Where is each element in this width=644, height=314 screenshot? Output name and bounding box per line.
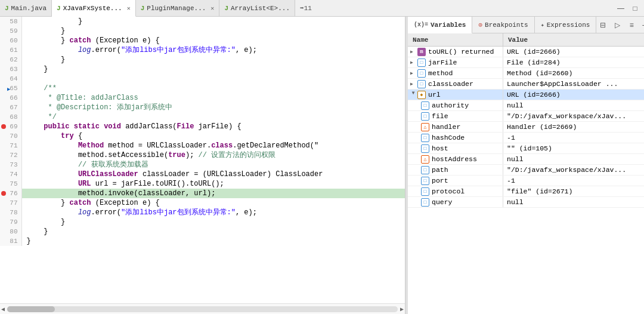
line-number-66: 66 [0, 93, 21, 103]
type-icon-handler: △ [421, 123, 429, 131]
tab-expressions-label: Expressions [547, 21, 590, 29]
type-icon-path: □ [421, 166, 429, 174]
type-icon-tourl-returned: m [417, 48, 426, 56]
type-icon-method: □ [417, 69, 426, 78]
var-row-file[interactable]: □file"/D:/javafx_workspace/xJav... [408, 111, 644, 122]
var-value-cell-hostaddress: null [503, 154, 644, 164]
scroll-left-arrow[interactable]: ◀ [1, 306, 5, 313]
var-row-path[interactable]: □path"/D:/javafx_workspace/xJav... [408, 165, 644, 176]
line-number-61: 61 [0, 45, 21, 55]
var-name-text-protocol: protocol [432, 187, 465, 195]
vars-toolbar-btn2[interactable]: ▷ [611, 19, 624, 32]
code-line-60: 60 } catch (Exception e) { [0, 36, 405, 45]
tab-pluginmanager[interactable]: J PluginManage... ✕ [136, 0, 220, 16]
code-line-70: 70 try { [0, 131, 405, 141]
tab-main-java[interactable]: J Main.java [0, 0, 52, 16]
var-row-handler[interactable]: △handlerHandler (id=2669) [408, 122, 644, 133]
var-name-text-jarfile: jarFile [428, 59, 457, 66]
line-code-60: } catch (Exception e) { [21, 36, 405, 45]
var-row-protocol[interactable]: □protocol"file" (id=2671) [408, 186, 644, 197]
var-name-text-tourl-returned: toURL() returned [428, 48, 494, 56]
line-number-79: 79 [0, 217, 21, 227]
right-panel: (x)= Variables ⊙ Breakpoints ✦ Expressio… [408, 17, 644, 314]
tab-pluginmanager-close[interactable]: ✕ [210, 5, 214, 12]
line-number-59: 59 [0, 26, 21, 36]
var-value-cell-tourl-returned: URL (id=2666) [503, 47, 644, 57]
line-code-79: } [21, 217, 405, 227]
tab-breakpoints[interactable]: ⊙ Breakpoints [472, 17, 534, 33]
line-code-70: try { [21, 131, 405, 141]
type-icon-hostaddress: △ [421, 155, 429, 164]
type-icon-query: □ [421, 198, 429, 207]
var-row-host[interactable]: □host"" (id=105) [408, 143, 644, 154]
tab-arraylist[interactable]: J ArrayList<E>... [219, 0, 295, 16]
var-name-text-classloader: classLoader [428, 80, 473, 88]
expand-arrow-classloader[interactable]: ▶ [410, 81, 416, 87]
var-name-text-hostaddress: hostAddress [432, 155, 477, 163]
maximize-editor-button[interactable]: □ [628, 2, 642, 15]
code-line-59: 59 } [0, 26, 405, 36]
expand-arrow-method[interactable]: ▶ [410, 70, 416, 76]
code-line-64: 64 [0, 74, 405, 84]
var-row-hashcode[interactable]: □hashCode-1 [408, 133, 644, 143]
tab-variables[interactable]: (x)= Variables [408, 17, 472, 33]
expand-arrow-jarfile[interactable]: ▶ [410, 60, 416, 65]
tab-expressions[interactable]: ✦ Expressions [535, 17, 597, 33]
var-row-classloader[interactable]: ▶□classLoaderLauncher$AppClassLoader ... [408, 79, 644, 90]
var-name-cell-handler: △handler [408, 122, 503, 132]
var-row-authority[interactable]: □authoritynull [408, 100, 644, 111]
tab-xjavafx-close[interactable]: ✕ [127, 5, 131, 12]
line-code-59: } [21, 26, 405, 36]
line-number-72: 72 [0, 150, 21, 160]
breakpoints-icon: ⊙ [478, 21, 482, 29]
tab-xjavafx[interactable]: J XJavaFxSyste... ✕ [52, 0, 136, 17]
code-line-74: 74 URLClassLoader classLoader = (URLClas… [0, 170, 405, 179]
code-line-77: 77 } catch (Exception e) { [0, 198, 405, 208]
line-code-77: } catch (Exception e) { [21, 198, 405, 208]
var-row-url[interactable]: ▶◆urlURL (id=2666) [408, 90, 644, 100]
code-line-66: 66 * @Title: addJarClass [0, 93, 405, 103]
line-code-67: * @Description: 添加jar到系统中 [21, 103, 405, 112]
var-row-tourl-returned[interactable]: ▶mtoURL() returnedURL (id=2666) [408, 47, 644, 57]
var-name-cell-host: □host [408, 143, 503, 153]
code-area[interactable]: 58 }59 }60 } catch (Exception e) {61 log… [0, 17, 405, 303]
minimize-right-button[interactable]: — [639, 19, 644, 32]
var-row-hostaddress[interactable]: △hostAddressnull [408, 154, 644, 165]
minimize-editor-button[interactable]: — [614, 2, 627, 15]
line-code-75: URL url = jarFile.toURI().toURL(); [21, 179, 405, 189]
var-name-cell-classloader: ▶□classLoader [408, 79, 503, 89]
scroll-right-arrow[interactable]: ▶ [400, 306, 404, 313]
line-code-68: */ [21, 112, 405, 122]
vars-toolbar-btn3[interactable]: ≡ [625, 19, 638, 32]
var-value-cell-port: -1 [503, 176, 644, 186]
type-icon-url: ◆ [417, 91, 426, 99]
expand-arrow-tourl-returned[interactable]: ▶ [410, 49, 416, 54]
code-line-71: 71 Method method = URLClassLoader.class.… [0, 141, 405, 150]
var-name-cell-url: ▶◆url [408, 90, 503, 100]
var-name-cell-authority: □authority [408, 100, 503, 110]
var-name-text-authority: authority [432, 101, 469, 109]
var-row-jarfile[interactable]: ▶□jarFileFile (id=284) [408, 57, 644, 68]
tab-overflow-button[interactable]: ➡ 11 [295, 0, 317, 16]
line-number-69: 69 [0, 122, 21, 131]
line-code-76: method.invoke(classLoader, url); [21, 189, 405, 198]
var-name-text-path: path [432, 166, 448, 174]
code-line-80: 80 } [0, 227, 405, 236]
code-table: 58 }59 }60 } catch (Exception e) {61 log… [0, 17, 405, 246]
right-tab-bar: (x)= Variables ⊙ Breakpoints ✦ Expressio… [408, 17, 644, 33]
var-name-cell-jarfile: ▶□jarFile [408, 57, 503, 67]
tab-arraylist-label: ArrayList<E>... [231, 5, 290, 12]
var-row-query[interactable]: □querynull [408, 197, 644, 208]
tab-xjavafx-label: XJavaFxSyste... [63, 5, 122, 12]
code-line-76: 76 method.invoke(classLoader, url); [0, 189, 405, 198]
var-row-method[interactable]: ▶□methodMethod (id=2660) [408, 68, 644, 79]
var-row-port[interactable]: □port-1 [408, 176, 644, 186]
scroll-thumb[interactable] [7, 306, 55, 312]
variables-list[interactable]: ▶mtoURL() returnedURL (id=2666)▶□jarFile… [408, 47, 644, 314]
collapse-vars-button[interactable]: ⊟ [596, 19, 609, 32]
horizontal-scrollbar[interactable]: ◀ ▶ [0, 303, 405, 314]
expand-arrow-url[interactable]: ▶ [411, 92, 416, 98]
var-value-cell-url: URL (id=2666) [503, 90, 644, 100]
scroll-track[interactable] [7, 306, 398, 312]
var-name-cell-path: □path [408, 165, 503, 175]
